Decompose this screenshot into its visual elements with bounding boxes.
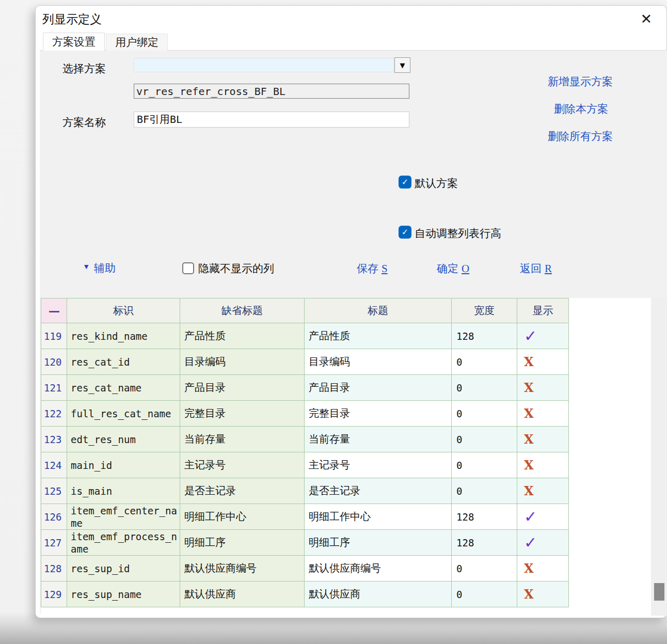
column-id-cell[interactable]: main_id xyxy=(67,452,180,478)
delete-all-schemes-link[interactable]: 删除所有方案 xyxy=(548,129,613,144)
scheme-name-input[interactable] xyxy=(134,112,409,128)
header-visible[interactable]: 显示 xyxy=(517,299,569,323)
title-cell[interactable]: 明细工作中心 xyxy=(305,504,452,530)
visible-cell[interactable]: ✓ xyxy=(517,530,569,556)
select-scheme-label: 选择方案 xyxy=(62,61,106,76)
tab-scheme-settings[interactable]: 方案设置 xyxy=(43,33,105,51)
visible-cell[interactable]: X xyxy=(517,556,569,582)
title-cell[interactable]: 目录编码 xyxy=(305,349,452,375)
default-title-cell[interactable]: 是否主记录 xyxy=(180,478,305,504)
width-cell[interactable]: 0 xyxy=(452,349,517,375)
width-cell[interactable]: 0 xyxy=(452,582,517,607)
row-number-cell[interactable]: 119 xyxy=(41,323,67,349)
width-cell[interactable]: 0 xyxy=(452,556,517,582)
width-cell[interactable]: 0 xyxy=(452,478,517,504)
default-title-cell[interactable]: 明细工序 xyxy=(180,530,305,556)
column-id-cell[interactable]: res_sup_id xyxy=(67,556,180,582)
row-number-cell[interactable]: 120 xyxy=(41,349,67,375)
width-cell[interactable]: 128 xyxy=(452,504,517,530)
scheme-combobox[interactable]: ▼ xyxy=(134,57,410,73)
column-id-cell[interactable]: full_res_cat_name xyxy=(67,401,180,427)
column-id-cell[interactable]: res_kind_name xyxy=(67,323,180,349)
default-title-cell[interactable]: 明细工作中心 xyxy=(180,504,305,530)
columns-grid: 标识 缺省标题 标题 宽度 显示 119 res_kind_name 产品性质 … xyxy=(41,298,667,616)
default-scheme-checkbox[interactable]: ✓ xyxy=(399,176,411,189)
default-title-cell[interactable]: 目录编码 xyxy=(180,349,305,375)
visible-cell[interactable]: X xyxy=(517,452,569,478)
table-row: 128 res_sup_id 默认供应商编号 默认供应商编号 0 X xyxy=(41,556,569,582)
scheme-combobox-value[interactable] xyxy=(134,58,394,72)
width-cell[interactable]: 0 xyxy=(452,375,517,401)
width-cell[interactable]: 0 xyxy=(452,452,517,478)
default-title-cell[interactable]: 当前存量 xyxy=(180,427,305,452)
row-number-cell[interactable]: 125 xyxy=(41,478,67,504)
width-cell[interactable]: 128 xyxy=(452,323,517,349)
hide-columns-checkbox[interactable] xyxy=(182,262,194,274)
width-cell[interactable]: 0 xyxy=(452,427,517,452)
visible-cell[interactable]: ✓ xyxy=(517,323,569,349)
column-display-dialog: 列显示定义 ✕ 方案设置 用户绑定 选择方案 ▼ vr_res_refer_cr… xyxy=(35,5,667,618)
header-title[interactable]: 标题 xyxy=(305,299,452,323)
default-title-cell[interactable]: 默认供应商编号 xyxy=(180,556,305,582)
add-scheme-link[interactable]: 新增显示方案 xyxy=(548,74,613,89)
row-number-cell[interactable]: 124 xyxy=(41,452,67,478)
width-cell[interactable]: 128 xyxy=(452,530,517,556)
row-number-cell[interactable]: 122 xyxy=(41,401,67,427)
default-title-cell[interactable]: 完整目录 xyxy=(180,401,305,427)
row-number-cell[interactable]: 128 xyxy=(41,556,67,582)
row-number-cell[interactable]: 127 xyxy=(41,530,67,556)
table-row: 129 res_sup_name 默认供应商 默认供应商 0 X xyxy=(41,582,569,607)
scrollbar-thumb[interactable] xyxy=(654,583,664,601)
visible-cell[interactable]: X xyxy=(517,582,569,607)
row-number-cell[interactable]: 129 xyxy=(41,582,67,607)
default-title-cell[interactable]: 产品目录 xyxy=(180,375,305,401)
visible-mark-icon: X xyxy=(524,587,534,602)
aux-link[interactable]: 辅助 xyxy=(94,261,116,275)
title-cell[interactable]: 默认供应商编号 xyxy=(305,556,452,582)
title-cell[interactable]: 当前存量 xyxy=(305,427,452,452)
column-id-cell[interactable]: res_cat_name xyxy=(67,375,180,401)
visible-cell[interactable]: X xyxy=(517,427,569,452)
header-default-title[interactable]: 缺省标题 xyxy=(180,299,305,323)
column-id-cell[interactable]: edt_res_num xyxy=(67,427,180,452)
return-button[interactable]: 返回R xyxy=(520,261,552,276)
header-id[interactable]: 标识 xyxy=(67,299,180,323)
header-width[interactable]: 宽度 xyxy=(452,299,517,323)
visible-mark-icon: X xyxy=(524,483,534,498)
title-cell[interactable]: 完整目录 xyxy=(305,401,452,427)
visible-cell[interactable]: X xyxy=(517,375,569,401)
close-icon[interactable]: ✕ xyxy=(640,10,652,28)
delete-scheme-link[interactable]: 删除本方案 xyxy=(554,102,608,116)
default-title-cell[interactable]: 主记录号 xyxy=(180,452,305,478)
column-id-cell[interactable]: is_main xyxy=(67,478,180,504)
default-title-cell[interactable]: 产品性质 xyxy=(180,323,305,349)
column-id-cell[interactable]: res_cat_id xyxy=(67,349,180,375)
collapse-all-header[interactable] xyxy=(41,299,67,323)
row-number-cell[interactable]: 121 xyxy=(41,375,67,401)
title-cell[interactable]: 产品性质 xyxy=(305,323,452,349)
tab-user-binding[interactable]: 用户绑定 xyxy=(106,34,168,51)
visible-mark-icon: ✓ xyxy=(524,508,537,526)
title-cell[interactable]: 是否主记录 xyxy=(305,478,452,504)
visible-cell[interactable]: X xyxy=(517,401,569,427)
column-id-cell[interactable]: res_sup_name xyxy=(67,582,180,607)
row-number-cell[interactable]: 123 xyxy=(41,427,67,452)
row-number-cell[interactable]: 126 xyxy=(41,504,67,530)
column-id-cell[interactable]: item_emf_process_name xyxy=(67,530,180,556)
visible-cell[interactable]: X xyxy=(517,349,569,375)
ok-button[interactable]: 确定O xyxy=(437,261,469,276)
title-cell[interactable]: 明细工序 xyxy=(305,530,452,556)
scheme-combobox-dropdown-button[interactable]: ▼ xyxy=(394,57,410,73)
title-cell[interactable]: 主记录号 xyxy=(305,452,452,478)
auto-row-height-checkbox[interactable]: ✓ xyxy=(399,226,411,239)
title-cell[interactable]: 产品目录 xyxy=(305,375,452,401)
auto-row-height-label: 自动调整列表行高 xyxy=(415,226,501,241)
default-title-cell[interactable]: 默认供应商 xyxy=(180,582,305,607)
visible-cell[interactable]: X xyxy=(517,478,569,504)
width-cell[interactable]: 0 xyxy=(452,401,517,427)
column-id-cell[interactable]: item_emf_center_name xyxy=(67,504,180,530)
vertical-scrollbar[interactable] xyxy=(651,298,667,616)
visible-cell[interactable]: ✓ xyxy=(517,504,569,530)
save-button[interactable]: 保存S xyxy=(357,261,388,276)
title-cell[interactable]: 默认供应商 xyxy=(305,582,452,607)
